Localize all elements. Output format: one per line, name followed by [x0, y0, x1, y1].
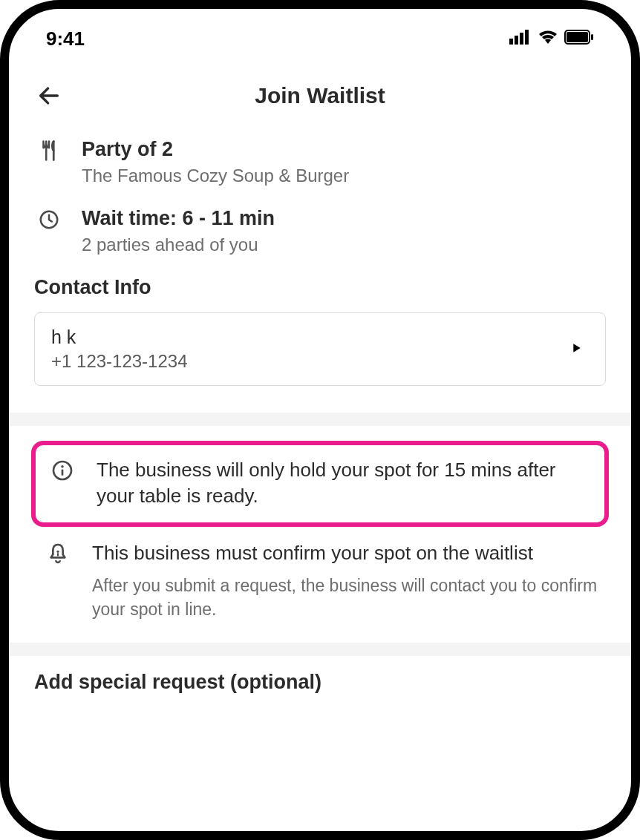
party-size-label: Party of 2 [82, 138, 606, 161]
parties-ahead-label: 2 parties ahead of you [82, 234, 606, 255]
confirm-notice-row: This business must confirm your spot on … [31, 540, 609, 629]
contact-card[interactable]: h k +1 123-123-1234 [34, 312, 606, 386]
arrow-left-icon [36, 83, 62, 108]
wait-row: Wait time: 6 - 11 min 2 parties ahead of… [34, 207, 606, 255]
device-frame: 9:41 [0, 0, 640, 840]
section-divider [9, 413, 631, 426]
hold-notice-text: The business will only hold your spot fo… [97, 457, 594, 509]
nav-header: Join Waitlist [9, 61, 631, 131]
status-bar: 9:41 [9, 9, 631, 61]
svg-rect-3 [525, 30, 529, 45]
party-row: Party of 2 The Famous Cozy Soup & Burger [34, 138, 606, 186]
info-icon [50, 459, 74, 485]
restaurant-name: The Famous Cozy Soup & Burger [82, 165, 606, 186]
svg-rect-12 [57, 554, 59, 557]
svg-rect-6 [591, 34, 593, 40]
summary-section: Party of 2 The Famous Cozy Soup & Burger… [9, 131, 631, 393]
svg-rect-2 [520, 33, 523, 45]
wait-time-label: Wait time: 6 - 11 min [82, 207, 606, 230]
contact-name: h k [51, 327, 188, 348]
hold-notice-row: The business will only hold your spot fo… [46, 457, 594, 509]
hold-notice-highlight: The business will only hold your spot fo… [31, 441, 609, 527]
special-request-heading: Add special request (optional) [9, 656, 631, 694]
svg-rect-5 [566, 32, 588, 42]
svg-point-11 [56, 551, 59, 553]
contact-phone: +1 123-123-1234 [51, 351, 188, 372]
svg-point-9 [61, 465, 63, 467]
back-button[interactable] [34, 81, 64, 111]
wifi-icon [538, 30, 558, 47]
notice-section: The business will only hold your spot fo… [9, 426, 631, 629]
confirm-notice-title: This business must confirm your spot on … [92, 540, 598, 566]
clock-icon [38, 209, 60, 234]
battery-icon [564, 30, 594, 47]
cellular-icon [509, 30, 532, 47]
svg-rect-0 [509, 39, 513, 45]
section-divider-2 [9, 643, 631, 656]
page-title: Join Waitlist [31, 83, 609, 108]
status-time: 9:41 [46, 27, 85, 50]
utensils-icon [38, 140, 60, 165]
caret-right-icon [572, 343, 589, 356]
bell-icon [46, 542, 70, 568]
contact-heading: Contact Info [34, 276, 606, 299]
status-icons [509, 30, 594, 47]
svg-rect-10 [62, 470, 64, 476]
confirm-notice-sub: After you submit a request, the business… [92, 574, 598, 621]
svg-rect-1 [515, 36, 518, 45]
